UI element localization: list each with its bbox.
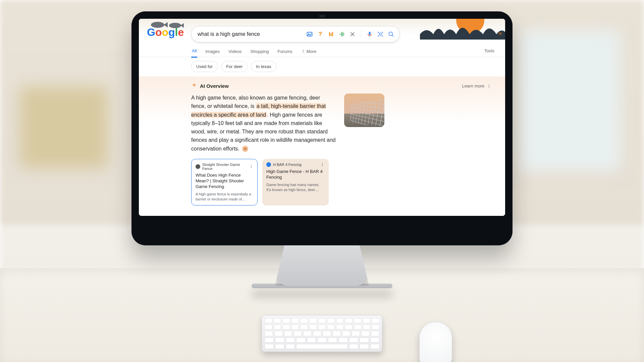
svg-point-9 bbox=[379, 33, 382, 36]
svg-point-15 bbox=[489, 86, 489, 86]
favicon-icon bbox=[266, 162, 271, 167]
tab-videos[interactable]: Videos bbox=[228, 49, 243, 57]
svg-point-21 bbox=[322, 164, 323, 165]
favicon-icon bbox=[196, 164, 200, 169]
google-logo[interactable]: Google bbox=[147, 26, 183, 39]
doodle-forest-icon bbox=[420, 19, 505, 40]
source-card[interactable]: Straight Shooter Game Fence What Does Hi… bbox=[191, 159, 258, 205]
tab-images[interactable]: Images bbox=[205, 49, 220, 57]
svg-rect-8 bbox=[369, 32, 371, 35]
mic-icon[interactable] bbox=[366, 31, 373, 38]
more-vert-icon[interactable] bbox=[249, 164, 253, 169]
svg-point-19 bbox=[251, 167, 252, 168]
source-desc: A high game fence is essentially a barri… bbox=[196, 192, 253, 202]
svg-point-20 bbox=[322, 163, 323, 164]
monitor-bezel: Google ? bbox=[131, 11, 513, 245]
image-chip-icon[interactable] bbox=[306, 31, 313, 38]
webcam bbox=[319, 15, 325, 17]
svg-point-12 bbox=[303, 51, 304, 52]
search-icon[interactable] bbox=[387, 31, 395, 38]
ai-overview-image[interactable] bbox=[344, 94, 384, 127]
collapse-icon[interactable] bbox=[242, 146, 248, 152]
source-desc: Game fencing has many names. It's known … bbox=[266, 182, 325, 193]
tools-button[interactable]: Tools bbox=[484, 48, 494, 53]
ai-overview-title: AI Overview bbox=[200, 83, 229, 89]
ai-overview-body: A high game fence, also known as game fe… bbox=[191, 94, 505, 153]
more-vert-icon bbox=[301, 49, 305, 53]
monitor-stand bbox=[275, 245, 369, 286]
result-tabs: All Images Videos Shopping Forums More bbox=[191, 48, 317, 58]
more-vert-icon[interactable] bbox=[487, 84, 491, 88]
imac-monitor: Google ? bbox=[131, 11, 513, 288]
clear-icon[interactable] bbox=[349, 31, 356, 38]
google-serp: Google ? bbox=[139, 19, 505, 216]
search-input[interactable] bbox=[192, 31, 306, 37]
svg-point-16 bbox=[489, 87, 489, 87]
source-title: High Game Fence - H BAR 4 Fencing bbox=[266, 169, 325, 180]
svg-point-17 bbox=[251, 165, 252, 166]
tab-forums[interactable]: Forums bbox=[277, 49, 293, 57]
sparkle-icon bbox=[191, 82, 197, 89]
svg-point-11 bbox=[303, 50, 304, 51]
search-icons: ? bbox=[306, 30, 399, 39]
screen: Google ? bbox=[139, 19, 505, 216]
question-chip-icon[interactable]: ? bbox=[317, 31, 324, 38]
source-site: H BAR 4 Fencing bbox=[273, 163, 302, 167]
fence-graphic bbox=[350, 98, 384, 127]
ai-overview-header: AI Overview Learn more bbox=[191, 82, 505, 89]
mouse bbox=[419, 322, 452, 362]
more-vert-icon[interactable] bbox=[320, 162, 325, 167]
keyboard bbox=[262, 315, 382, 352]
source-card[interactable]: H BAR 4 Fencing High Game Fence - H BAR … bbox=[262, 159, 329, 205]
source-title: What Does High Fence Mean? | Straight Sh… bbox=[196, 173, 253, 190]
svg-point-14 bbox=[489, 84, 489, 85]
tab-all[interactable]: All bbox=[191, 48, 197, 58]
next-section-heading: High game fences are used to: bbox=[191, 216, 505, 216]
svg-rect-6 bbox=[331, 33, 332, 36]
add-chip-icon[interactable] bbox=[338, 31, 345, 38]
chip-used-for[interactable]: Used for bbox=[191, 61, 218, 72]
search-bar[interactable]: ? bbox=[191, 26, 400, 42]
source-site: Straight Shooter Game Fence bbox=[202, 163, 247, 171]
ai-overview-text: A high game fence, also known as game fe… bbox=[191, 94, 336, 153]
chip-in-texas[interactable]: In texas bbox=[251, 61, 276, 72]
separator bbox=[361, 30, 361, 39]
ai-overview: AI Overview Learn more A high game fence… bbox=[139, 76, 505, 216]
svg-point-18 bbox=[251, 166, 252, 167]
svg-rect-7 bbox=[332, 32, 333, 36]
ai-learn-more[interactable]: Learn more bbox=[462, 83, 491, 88]
svg-point-13 bbox=[303, 52, 304, 53]
tab-more[interactable]: More bbox=[301, 49, 317, 57]
svg-rect-5 bbox=[329, 32, 330, 36]
lens-icon[interactable] bbox=[377, 31, 384, 38]
refinement-chips: Used for For deer In texas bbox=[191, 61, 276, 72]
tab-shopping[interactable]: Shopping bbox=[250, 49, 270, 57]
equalizer-chip-icon[interactable] bbox=[327, 31, 335, 38]
svg-point-22 bbox=[322, 165, 323, 166]
ai-source-cards: Straight Shooter Game Fence What Does Hi… bbox=[191, 159, 505, 205]
chip-for-deer[interactable]: For deer bbox=[221, 61, 248, 72]
